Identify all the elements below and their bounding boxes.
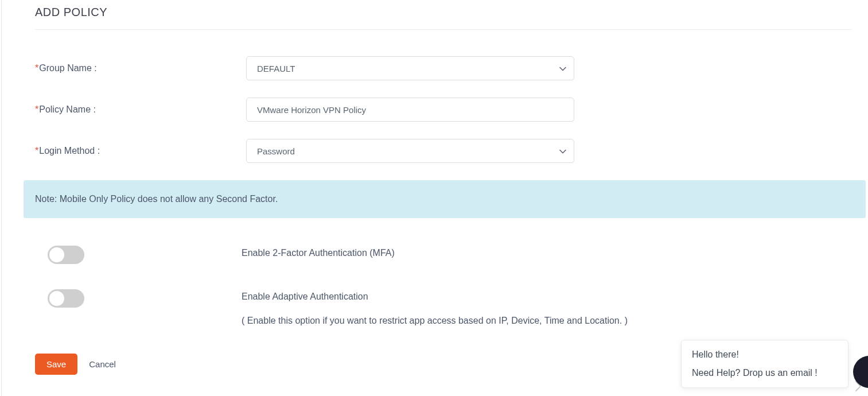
required-asterisk: * <box>35 63 38 73</box>
info-banner-text: Note: Mobile Only Policy does not allow … <box>35 194 278 204</box>
add-policy-form: ADD POLICY * Group Name : DEFAULT * Poli… <box>1 0 868 396</box>
required-asterisk: * <box>35 104 38 115</box>
divider <box>35 29 852 30</box>
adaptive-toggle-sublabel: ( Enable this option if you want to rest… <box>242 316 868 326</box>
group-name-select[interactable]: DEFAULT <box>246 56 574 80</box>
group-name-label-text: Group Name : <box>39 63 96 73</box>
mfa-toggle-label: Enable 2-Factor Authentication (MFA) <box>242 246 868 258</box>
adaptive-toggle-row: Enable Adaptive Authentication ( Enable … <box>35 289 868 326</box>
login-method-select[interactable]: Password <box>246 139 574 163</box>
login-method-select-wrap: Password <box>246 139 574 163</box>
group-name-row: * Group Name : DEFAULT <box>35 56 868 80</box>
help-bubble[interactable]: Hello there! Need Help? Drop us an email… <box>681 340 848 388</box>
adaptive-toggle-cell <box>35 289 242 308</box>
help-message: Need Help? Drop us an email ! <box>692 368 838 378</box>
save-button[interactable]: Save <box>35 354 77 375</box>
mfa-toggle-cell <box>35 246 242 264</box>
adaptive-toggle-label: Enable Adaptive Authentication <box>242 292 868 302</box>
info-banner: Note: Mobile Only Policy does not allow … <box>24 180 866 218</box>
page-title: ADD POLICY <box>35 6 868 19</box>
help-greeting: Hello there! <box>692 350 838 360</box>
adaptive-toggle[interactable] <box>48 289 84 308</box>
toggle-knob <box>49 247 64 262</box>
adaptive-toggle-label-cell: Enable Adaptive Authentication ( Enable … <box>242 289 868 326</box>
policy-name-label-text: Policy Name : <box>39 104 96 115</box>
group-name-select-wrap: DEFAULT <box>246 56 574 80</box>
group-name-label: * Group Name : <box>35 63 246 73</box>
mfa-toggle[interactable] <box>48 246 84 264</box>
policy-name-input[interactable] <box>246 98 574 122</box>
login-method-label: * Login Method : <box>35 146 246 156</box>
policy-name-label: * Policy Name : <box>35 104 246 115</box>
login-method-row: * Login Method : Password <box>35 139 868 163</box>
cancel-button[interactable]: Cancel <box>89 359 116 369</box>
toggle-knob <box>49 291 64 306</box>
policy-name-row: * Policy Name : <box>35 98 868 122</box>
login-method-label-text: Login Method : <box>39 146 100 156</box>
mfa-toggle-row: Enable 2-Factor Authentication (MFA) <box>35 246 868 264</box>
required-asterisk: * <box>35 146 38 156</box>
